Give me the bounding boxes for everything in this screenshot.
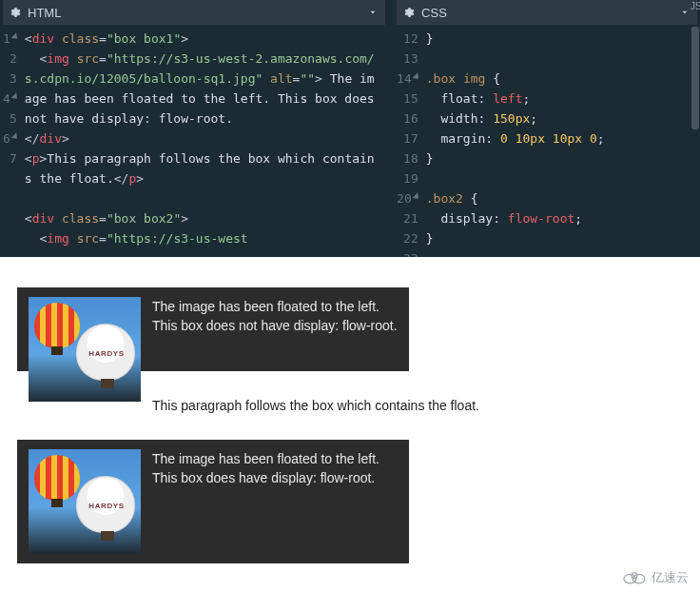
chevron-down-icon[interactable] bbox=[366, 6, 379, 19]
css-code-area[interactable]: 121314151617181920212223 }.box img { flo… bbox=[397, 25, 697, 257]
balloon-brand: HARDYS bbox=[84, 502, 129, 510]
gear-icon[interactable] bbox=[402, 6, 416, 19]
watermark-text: 亿速云 bbox=[651, 569, 689, 586]
svg-point-1 bbox=[632, 575, 645, 583]
scrollbar-thumb[interactable] bbox=[691, 27, 697, 129]
code-editor-area: HTML 1234567 <div class="box box1"> <img… bbox=[0, 0, 700, 257]
panel-title: CSS bbox=[421, 6, 672, 20]
balloon-image: HARDYS bbox=[29, 297, 141, 402]
css-gutter: 121314151617181920212223 bbox=[397, 25, 426, 257]
html-panel-header: HTML bbox=[3, 0, 385, 25]
css-panel-header: CSS bbox=[397, 0, 697, 25]
js-panel-collapsed[interactable]: JS bbox=[690, 2, 699, 11]
css-code-body[interactable]: }.box img { float: left; width: 150px; m… bbox=[426, 25, 697, 257]
css-editor-panel: CSS 121314151617181920212223 }.box img {… bbox=[397, 0, 697, 257]
html-editor-panel: HTML 1234567 <div class="box box1"> <img… bbox=[3, 0, 385, 257]
result-preview: HARDYS The image has been floated to the… bbox=[0, 257, 700, 563]
balloon-brand: HARDYS bbox=[84, 349, 129, 358]
preview-box-1: HARDYS The image has been floated to the… bbox=[17, 287, 409, 371]
html-gutter: 1234567 bbox=[3, 25, 25, 257]
panel-title: HTML bbox=[28, 6, 360, 20]
watermark: 亿速云 bbox=[621, 569, 689, 586]
html-code-area[interactable]: 1234567 <div class="box box1"> <img src=… bbox=[3, 25, 385, 257]
chevron-down-icon[interactable] bbox=[678, 6, 691, 19]
html-code-body[interactable]: <div class="box box1"> <img src="https:/… bbox=[25, 25, 385, 257]
balloon-image: HARDYS bbox=[29, 449, 141, 554]
preview-box-2: HARDYS The image has been floated to the… bbox=[17, 440, 409, 563]
gear-icon[interactable] bbox=[9, 6, 22, 19]
